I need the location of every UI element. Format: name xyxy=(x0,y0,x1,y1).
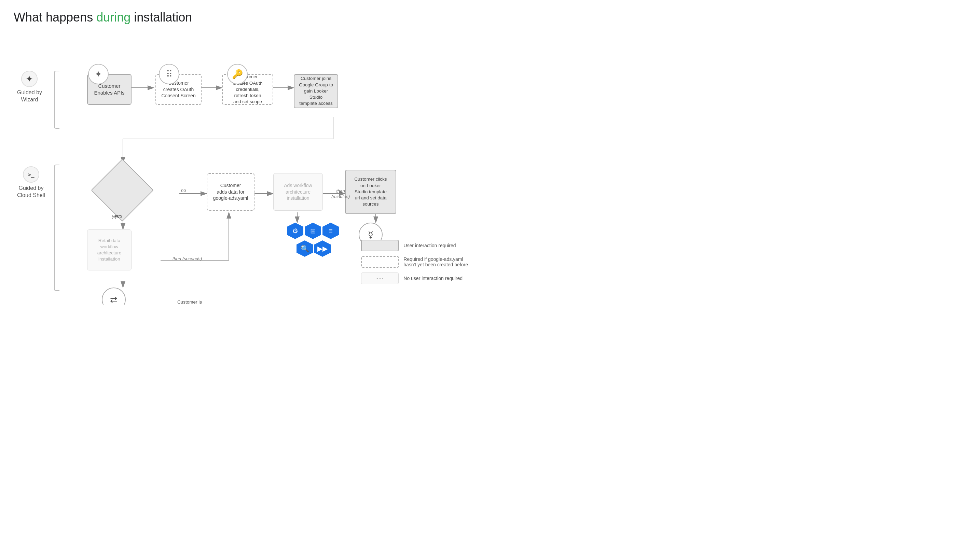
hex-icon-2: ⊞ xyxy=(305,223,321,239)
hex-icon-3: ≡ xyxy=(322,223,339,239)
diagram: ✦ Guided byWizard ✦ Customer Enables API… xyxy=(14,38,475,294)
legend-text-solid: User interaction required xyxy=(403,243,456,248)
wizard-label-text: Guided byWizard xyxy=(17,89,42,103)
node-add-data: Customer adds data for google-ads.yaml xyxy=(207,173,254,211)
page: What happens during installation xyxy=(0,0,489,305)
cloudshell-label-text: Guided byCloud Shell xyxy=(17,185,45,199)
diamond-retail-label: Customer is asked if they want Retail in… xyxy=(167,299,212,305)
oauth-consent-icon-circle: ⠿ xyxy=(159,64,179,84)
title-highlight: during xyxy=(96,10,130,24)
legend-text-dashed: Required if google-ads.yamlhasn't yet be… xyxy=(403,257,468,267)
node-google-group: Customer joins Google Group to gain Look… xyxy=(294,74,338,108)
apis-icon-circle: ✦ xyxy=(88,64,109,84)
hex-icon-1: ⚙ xyxy=(287,223,303,239)
legend-item-dashed: Required if google-ads.yamlhasn't yet be… xyxy=(361,256,468,268)
legend-text-faint: No user interaction required xyxy=(403,275,463,281)
legend-item-faint: - - - No user interaction required xyxy=(361,272,468,284)
hex-icon-5: ▶▶ xyxy=(314,240,331,257)
brace-wizard xyxy=(54,71,59,129)
cloudshell-icon: >_ xyxy=(23,166,39,183)
legend-swatch-dashed xyxy=(361,256,399,268)
legend-item-solid: User interaction required xyxy=(361,240,468,251)
lane-wizard-label: ✦ Guided byWizard xyxy=(17,71,42,103)
diamond-retail xyxy=(91,159,154,222)
hex-group: ⚙ ⊞ ≡ 🔍 ▶▶ xyxy=(287,223,342,257)
title-suffix: installation xyxy=(130,10,192,24)
legend-swatch-solid xyxy=(361,240,399,251)
label-then-minutes: then(minutes) xyxy=(331,188,350,199)
legend-swatch-faint: - - - xyxy=(361,272,399,284)
node-looker-click: Customer clicks on Looker Studio templat… xyxy=(345,170,396,214)
label-no: no xyxy=(181,188,186,193)
legend: User interaction required Required if go… xyxy=(361,240,468,284)
page-title: What happens during installation xyxy=(14,10,475,25)
title-prefix: What happens xyxy=(14,10,96,24)
yes-label: yes xyxy=(115,213,122,218)
circle-retail: ⇄ xyxy=(102,288,126,305)
node-retail-data: Retail data workflow architecture instal… xyxy=(87,230,132,270)
oauth-creds-icon-circle: 🔑 xyxy=(227,64,248,84)
label-then-seconds: then (seconds) xyxy=(172,256,202,261)
node-ads-workflow: Ads workflow architecture installation xyxy=(273,173,323,211)
brace-cloudshell xyxy=(54,165,59,291)
wizard-icon: ✦ xyxy=(21,71,38,87)
lane-cloudshell-label: >_ Guided byCloud Shell xyxy=(17,166,45,199)
hex-icon-4: 🔍 xyxy=(297,240,313,257)
